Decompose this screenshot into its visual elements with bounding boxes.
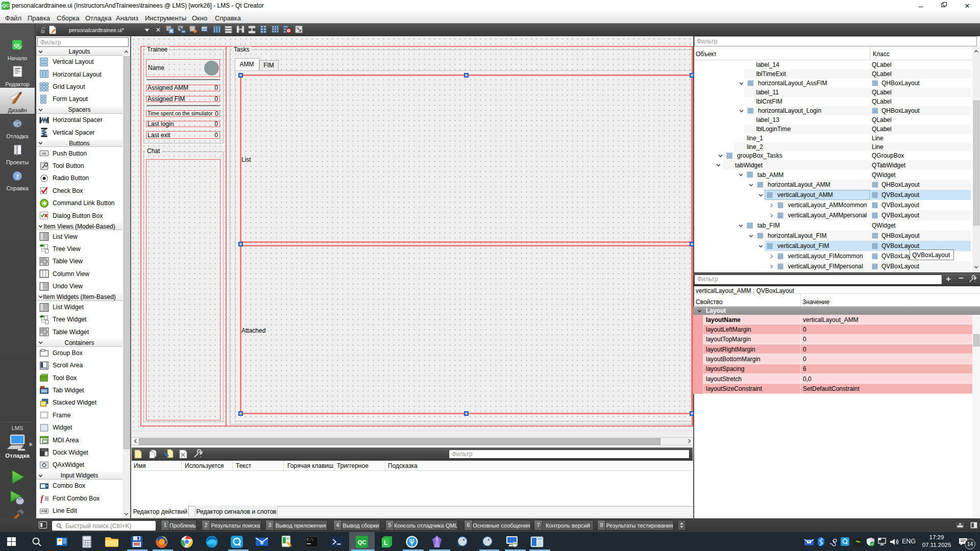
svg-text:123: 123 [202, 28, 208, 31]
svg-text:OK: OK [42, 152, 47, 155]
svg-text:AB: AB [41, 509, 46, 513]
svg-text:b: b [260, 540, 263, 545]
svg-text:C:\: C:\ [307, 538, 313, 542]
svg-text:?: ? [16, 173, 19, 180]
svg-text:Qt: Qt [14, 42, 20, 48]
svg-text:f: f [40, 494, 44, 503]
svg-text:QC: QC [357, 539, 366, 545]
svg-text:L: L [383, 539, 387, 546]
